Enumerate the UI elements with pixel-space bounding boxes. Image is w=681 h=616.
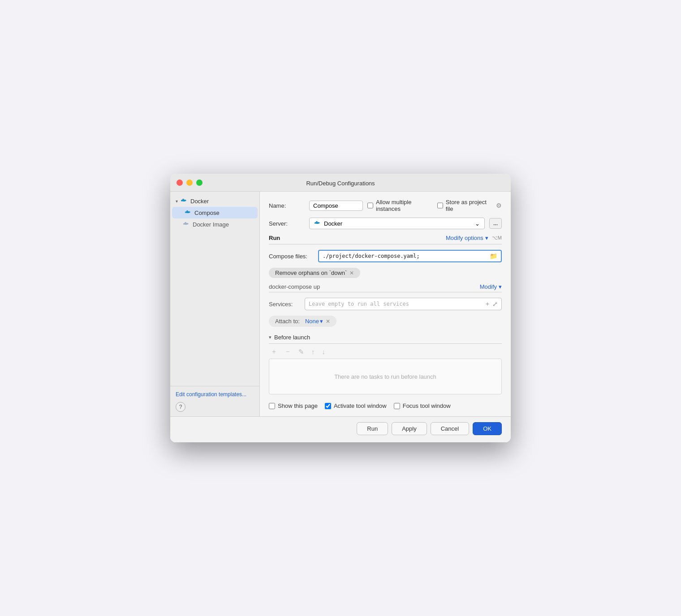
apply-button[interactable]: Apply [392,422,427,435]
focus-tool-window-checkbox[interactable] [394,403,400,409]
maximize-button[interactable] [196,180,203,186]
server-label: Server: [269,220,305,227]
remove-orphans-close-icon[interactable]: ✕ [349,270,354,276]
services-input[interactable]: Leave empty to run all services ＋ ⤢ [305,298,502,310]
store-as-project-file-row: Store as project file [437,199,491,212]
server-dropdown-left: Docker [314,220,342,227]
docker-icon [181,197,188,205]
server-dropdown[interactable]: Docker ⌄ [309,218,485,229]
show-this-page-label: Show this page [278,402,318,409]
name-label: Name: [269,202,305,209]
chevron-down-icon: ▾ [485,235,488,241]
sidebar-docker-image-label: Docker Image [193,221,229,228]
minimize-button[interactable] [186,180,193,186]
sidebar-items: ▾ Docker [170,192,259,386]
modify-options-label: Modify options [446,235,483,241]
cancel-button[interactable]: Cancel [431,422,469,435]
attach-none-dropdown[interactable]: None ▾ [305,318,323,325]
remove-orphans-badge: Remove orphans on `down` ✕ [269,268,360,278]
edit-configuration-templates-link[interactable]: Edit configuration templates... [176,391,246,398]
ok-button[interactable]: OK [473,422,502,435]
docker-compose-up-title: docker-compose up [269,283,320,290]
dialog-title: Run/Debug Configurations [306,180,375,187]
sidebar-docker-label: Docker [190,198,209,205]
before-launch-move-down-button: ↓ [320,346,328,357]
before-launch-add-button[interactable]: ＋ [269,346,279,357]
attach-to-row: Attach to: None ▾ ✕ [269,316,502,327]
sidebar: ▾ Docker [170,192,260,416]
activate-tool-window-checkbox[interactable] [325,403,331,409]
traffic-lights [177,180,203,186]
run-debug-configurations-dialog: Run/Debug Configurations ▾ Docker [170,174,511,442]
attach-to-badge: Attach to: None ▾ ✕ [269,316,336,327]
activate-tool-window-label: Activate tool window [334,402,387,409]
server-value: Docker [324,220,342,227]
compose-files-row: Compose files: ./project/docker-compose.… [269,250,502,262]
name-row: Name: Allow multiple instances Store as … [269,199,502,212]
sidebar-item-compose[interactable]: Compose [172,207,258,218]
compose-files-value: ./project/docker-compose.yaml; [323,253,420,259]
before-launch-title: Before launch [274,334,310,341]
activate-tool-window-row: Activate tool window [325,402,387,409]
server-docker-icon [314,220,321,227]
allow-multiple-instances-checkbox[interactable] [367,202,373,209]
attach-to-close-icon[interactable]: ✕ [326,318,330,325]
main-panel: Name: Allow multiple instances Store as … [260,192,511,416]
sidebar-item-docker-image[interactable]: Docker Image [170,218,259,230]
before-launch-remove-button: － [283,346,293,357]
services-label: Services: [269,301,300,308]
close-button[interactable] [177,180,183,186]
modify-button[interactable]: Modify ▾ [480,283,502,290]
allow-multiple-instances-row: Allow multiple instances [367,199,433,212]
attach-to-label: Attach to: [275,318,300,325]
bottom-options: Show this page Activate tool window Focu… [269,400,502,409]
compose-files-label: Compose files: [269,253,314,260]
before-launch-move-up-button: ↑ [310,346,317,357]
show-this-page-checkbox[interactable] [269,403,275,409]
before-launch-header: ▾ Before launch [269,334,502,344]
before-launch-edit-button: ✎ [297,346,306,357]
compose-icon [185,209,192,216]
modify-chevron-icon: ▾ [499,283,502,290]
allow-multiple-instances-label: Allow multiple instances [376,199,433,212]
sidebar-item-docker[interactable]: ▾ Docker [170,195,259,207]
modify-options-shortcut: ⌥M [492,235,502,241]
store-as-project-file-checkbox[interactable] [437,202,443,209]
help-button[interactable]: ? [176,402,185,412]
tags-row: Remove orphans on `down` ✕ [269,268,502,278]
sidebar-compose-label: Compose [194,210,220,216]
services-placeholder: Leave empty to run all services [309,301,409,307]
attach-to-value: None [305,318,319,325]
run-button[interactable]: Run [357,422,388,435]
before-launch-toolbar: ＋ － ✎ ↑ ↓ [269,344,502,359]
gear-icon[interactable]: ⚙ [496,202,502,209]
before-launch-chevron-icon: ▾ [269,334,272,340]
title-bar: Run/Debug Configurations [170,174,511,192]
services-add-icon[interactable]: ＋ [484,300,491,308]
modify-label: Modify [480,283,497,290]
dialog-content: ▾ Docker [170,192,511,416]
remove-orphans-label: Remove orphans on `down` [275,270,347,276]
services-actions: ＋ ⤢ [484,300,498,308]
folder-icon[interactable]: 📁 [490,252,497,260]
docker-image-icon [183,221,190,228]
run-section-header: Run Modify options ▾ ⌥M [269,235,502,244]
store-as-project-file-label: Store as project file [446,199,491,212]
sidebar-footer: Edit configuration templates... ? [170,386,259,416]
modify-options-button[interactable]: Modify options ▾ ⌥M [446,235,502,241]
dropdown-chevron-icon: ⌄ [475,220,480,227]
attach-chevron-icon: ▾ [320,318,323,325]
server-ellipsis-button[interactable]: ... [489,218,502,229]
no-tasks-label: There are no tasks to run before launch [334,373,436,380]
name-input[interactable] [309,201,363,211]
services-expand-icon[interactable]: ⤢ [492,300,498,308]
focus-tool-window-label: Focus tool window [403,402,451,409]
before-launch-section: ▾ Before launch ＋ － ✎ ↑ ↓ There are no t… [269,334,502,394]
compose-files-input[interactable]: ./project/docker-compose.yaml; 📁 [318,250,502,262]
run-section-title: Run [269,235,280,241]
show-this-page-row: Show this page [269,402,318,409]
chevron-down-icon: ▾ [176,199,178,204]
empty-tasks-area: There are no tasks to run before launch [269,359,502,394]
focus-tool-window-row: Focus tool window [394,402,451,409]
server-row: Server: Docker ⌄ ... [269,218,502,229]
